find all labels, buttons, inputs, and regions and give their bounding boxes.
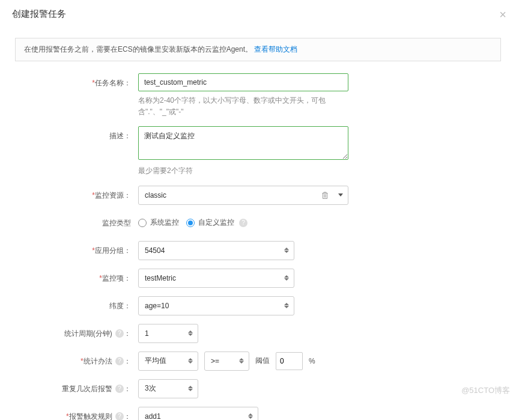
comparator-select[interactable]: >= bbox=[204, 352, 249, 371]
radio-custom-monitor[interactable] bbox=[186, 219, 195, 227]
close-icon[interactable]: × bbox=[499, 8, 506, 20]
label-dimension: 纬度： bbox=[15, 296, 138, 315]
help-icon[interactable]: ? bbox=[239, 219, 247, 227]
label-rule: *报警触发规则 ?： bbox=[15, 407, 138, 420]
label-monitor-type: 监控类型 bbox=[15, 213, 138, 233]
dimension-value: age=10 bbox=[145, 302, 169, 310]
resource-select[interactable]: classic bbox=[138, 186, 348, 205]
app-group-value: 54504 bbox=[145, 246, 165, 255]
rule-value: add1 bbox=[145, 412, 161, 420]
watermark: @51CTO博客 bbox=[461, 385, 510, 396]
chevron-down-icon bbox=[338, 193, 343, 196]
label-task-name: *任务名称： bbox=[15, 73, 138, 93]
stat-method-value: 平均值 bbox=[145, 356, 166, 366]
unit-percent: % bbox=[309, 357, 315, 365]
comparator-value: >= bbox=[211, 357, 219, 365]
task-name-input[interactable] bbox=[138, 73, 348, 91]
help-icon[interactable]: ? bbox=[115, 412, 124, 420]
modal-title: 创建报警任务 bbox=[12, 8, 66, 19]
label-description: 描述： bbox=[15, 126, 138, 145]
label-statistic: *统计办法 ?： bbox=[15, 352, 138, 371]
repeat-value: 3次 bbox=[145, 383, 156, 394]
metric-item-value: testMetric bbox=[145, 274, 176, 282]
label-period: 统计周期(分钟) ?： bbox=[15, 324, 138, 343]
radio-label-custom: 自定义监控 bbox=[198, 218, 234, 228]
help-icon[interactable]: ? bbox=[115, 329, 124, 338]
help-icon[interactable]: ? bbox=[115, 357, 124, 365]
label-repeat: 重复几次后报警 ?： bbox=[15, 379, 138, 398]
label-metric-item: *监控项： bbox=[15, 269, 138, 288]
dimension-select[interactable]: age=10 bbox=[138, 296, 294, 315]
repeat-select[interactable]: 3次 bbox=[138, 379, 198, 398]
radio-label-system: 系统监控 bbox=[150, 218, 179, 228]
radio-system-monitor[interactable] bbox=[138, 219, 147, 227]
threshold-input[interactable] bbox=[276, 352, 303, 370]
trash-icon[interactable] bbox=[321, 191, 329, 199]
info-bar: 在使用报警任务之前，需要在ECS的镜像里安装新版本的云监控Agent。 查看帮助… bbox=[15, 38, 501, 61]
rule-select[interactable]: add1 bbox=[138, 407, 258, 420]
modal-body: 在使用报警任务之前，需要在ECS的镜像里安装新版本的云监控Agent。 查看帮助… bbox=[0, 29, 516, 420]
monitor-type-group: 系统监控 自定义监控 ? bbox=[138, 213, 247, 233]
metric-item-select[interactable]: testMetric bbox=[138, 269, 294, 288]
threshold-label: 阈值 bbox=[255, 356, 270, 366]
help-doc-link[interactable]: 查看帮助文档 bbox=[254, 45, 297, 53]
help-icon[interactable]: ? bbox=[115, 385, 124, 393]
resource-value: classic bbox=[145, 191, 166, 199]
modal-header: 创建报警任务 × bbox=[0, 0, 516, 29]
stat-method-select[interactable]: 平均值 bbox=[138, 352, 198, 371]
info-text: 在使用报警任务之前，需要在ECS的镜像里安装新版本的云监控Agent。 bbox=[24, 45, 252, 53]
label-resource: *监控资源： bbox=[15, 186, 138, 205]
period-select[interactable]: 1 bbox=[138, 324, 198, 343]
hint-description: 最少需要2个字符 bbox=[138, 165, 348, 177]
period-value: 1 bbox=[145, 329, 149, 338]
hint-task-name: 名称为2-40个字符，以大小写字母、数字或中文开头，可包含"."、"_"或"-" bbox=[138, 95, 354, 118]
description-textarea[interactable] bbox=[138, 126, 348, 160]
app-group-select[interactable]: 54504 bbox=[138, 241, 294, 260]
label-app-group: *应用分组： bbox=[15, 241, 138, 260]
